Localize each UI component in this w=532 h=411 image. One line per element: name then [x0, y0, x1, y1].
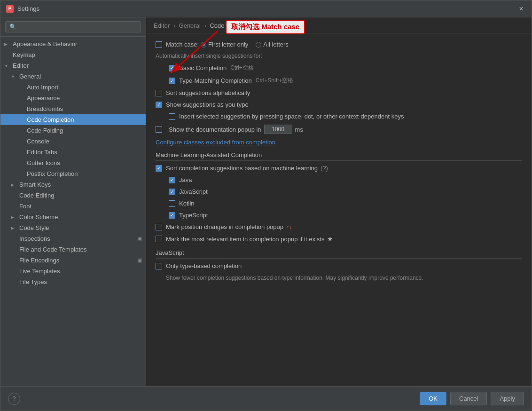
- sidebar-item-label-editor: Editor: [13, 62, 29, 69]
- sidebar-item-code-editing[interactable]: Code Editing: [0, 190, 146, 201]
- sidebar-item-code-style[interactable]: ▶Code Style: [0, 222, 146, 233]
- radio-first-letter-btn[interactable]: [201, 42, 206, 47]
- sidebar-item-appearance-behavior[interactable]: ▶Appearance & Behavior: [0, 39, 146, 49]
- mark-relevant-label: Mark the most relevant item in completio…: [166, 236, 324, 243]
- radio-all-letters-btn[interactable]: [256, 42, 261, 47]
- sort-ml-checkbox[interactable]: [156, 165, 162, 172]
- tree-arrow-color-scheme: ▶: [11, 215, 17, 220]
- doc-popup-value[interactable]: [264, 125, 292, 134]
- mark-position-label: Mark position changes in completion popu…: [166, 223, 283, 230]
- match-case-label: Match case:: [166, 41, 199, 48]
- breadcrumb: Editor › General › Code Completion: [146, 17, 532, 33]
- cancel-button[interactable]: Cancel: [450, 392, 487, 405]
- sidebar-item-label-keymap: Keymap: [13, 51, 35, 58]
- close-button[interactable]: ×: [516, 4, 526, 14]
- match-case-checkbox[interactable]: [156, 41, 162, 48]
- sidebar-item-code-completion[interactable]: Code Completion: [0, 114, 146, 125]
- sidebar: ▶Appearance & BehaviorKeymap▼Editor▼Gene…: [0, 17, 146, 386]
- sidebar-item-font[interactable]: Font: [0, 201, 146, 212]
- sidebar-item-live-templates[interactable]: Live Templates: [0, 266, 146, 277]
- sidebar-item-label-code-completion: Code Completion: [27, 116, 74, 123]
- sidebar-item-label-color-scheme: Color Scheme: [19, 213, 58, 221]
- js-section-header: JavaScript: [156, 249, 522, 259]
- main-panel: Editor › General › Code Completion Match…: [146, 17, 532, 386]
- tree-arrow-smart-keys: ▶: [11, 182, 17, 187]
- sidebar-item-file-encodings[interactable]: File Encodings▣: [0, 255, 146, 266]
- radio-first-letter[interactable]: First letter only: [201, 41, 248, 48]
- sidebar-item-code-folding[interactable]: Code Folding: [0, 125, 146, 136]
- kotlin-checkbox[interactable]: [169, 200, 175, 207]
- sidebar-item-label-live-templates: Live Templates: [19, 268, 60, 275]
- sort-alpha-row: Sort suggestions alphabetically: [156, 89, 522, 96]
- tree-arrow-code-style: ▶: [11, 226, 17, 230]
- sidebar-item-smart-keys[interactable]: ▶Smart Keys: [0, 179, 146, 190]
- sidebar-item-label-postfix-completion: Postfix Completion: [27, 170, 78, 177]
- basic-completion-label: Basic Completion: [179, 64, 227, 71]
- type-matching-shortcut: Ctrl+Shift+空格: [256, 77, 294, 85]
- auto-insert-label: Automatically insert single suggestions …: [156, 53, 522, 59]
- sidebar-item-label-code-editing: Code Editing: [19, 192, 54, 199]
- only-type-based-row: Only type-based completion: [156, 262, 522, 269]
- java-label: Java: [179, 176, 192, 183]
- settings-panel: Match case: First letter only All letter…: [146, 33, 532, 386]
- sort-ml-label: Sort completion suggestions based on mac…: [166, 165, 318, 172]
- basic-completion-checkbox[interactable]: [169, 65, 175, 71]
- sidebar-item-general[interactable]: ▼General: [0, 71, 146, 82]
- sort-ml-row: Sort completion suggestions based on mac…: [156, 165, 522, 172]
- search-input[interactable]: [5, 21, 141, 32]
- sort-alpha-label: Sort suggestions alphabetically: [166, 89, 250, 96]
- sidebar-item-label-smart-keys: Smart Keys: [19, 181, 51, 188]
- mark-position-checkbox[interactable]: [156, 224, 162, 230]
- show-doc-label: Show the documentation popup in: [169, 126, 261, 133]
- sidebar-item-inspections[interactable]: Inspections▣: [0, 233, 146, 244]
- sidebar-item-keymap[interactable]: Keymap: [0, 49, 146, 60]
- help-button[interactable]: ?: [8, 393, 20, 405]
- sidebar-item-appearance[interactable]: Appearance: [0, 93, 146, 103]
- javascript-label: JavaScript: [179, 188, 208, 195]
- sidebar-item-editor[interactable]: ▼Editor: [0, 60, 146, 71]
- type-matching-label: Type-Matching Completion: [179, 77, 252, 84]
- bottom-bar: ? OK Cancel Apply: [0, 386, 532, 411]
- tree-arrow-general: ▼: [11, 74, 17, 79]
- sidebar-badge-file-encodings: ▣: [137, 257, 142, 263]
- sidebar-item-auto-import[interactable]: Auto Import: [0, 82, 146, 93]
- sort-alpha-checkbox[interactable]: [156, 90, 162, 96]
- sidebar-item-label-appearance-behavior: Appearance & Behavior: [13, 40, 77, 47]
- radio-all-letters[interactable]: All letters: [256, 41, 288, 48]
- typescript-row: TypeScript: [169, 212, 522, 219]
- typescript-checkbox[interactable]: [169, 212, 175, 219]
- java-checkbox[interactable]: [169, 177, 175, 183]
- sidebar-item-breadcrumbs[interactable]: Breadcrumbs: [0, 103, 146, 114]
- type-matching-checkbox[interactable]: [169, 78, 175, 84]
- sort-ml-help-icon: (?): [321, 165, 328, 172]
- sidebar-item-label-file-encodings: File Encodings: [19, 257, 59, 264]
- apply-button[interactable]: Apply: [491, 392, 524, 405]
- app-icon: P: [6, 5, 14, 13]
- insert-selected-row: Insert selected suggestion by pressing s…: [169, 113, 522, 120]
- sidebar-item-color-scheme[interactable]: ▶Color Scheme: [0, 212, 146, 222]
- sidebar-item-editor-tabs[interactable]: Editor Tabs: [0, 147, 146, 158]
- sidebar-item-label-auto-import: Auto Import: [27, 84, 58, 91]
- sidebar-item-label-console: Console: [27, 138, 49, 145]
- insert-selected-checkbox[interactable]: [169, 113, 175, 120]
- mark-relevant-checkbox[interactable]: [156, 236, 162, 242]
- sidebar-item-label-editor-tabs: Editor Tabs: [27, 149, 57, 156]
- sidebar-item-file-code-templates[interactable]: File and Code Templates: [0, 244, 146, 255]
- only-type-based-checkbox[interactable]: [156, 263, 162, 269]
- show-suggestions-row: Show suggestions as you type: [156, 101, 522, 108]
- show-doc-checkbox[interactable]: [156, 126, 162, 133]
- insert-selected-label: Insert selected suggestion by pressing s…: [179, 113, 404, 120]
- sidebar-item-console[interactable]: Console: [0, 136, 146, 147]
- show-suggestions-checkbox[interactable]: [156, 102, 162, 108]
- ok-button[interactable]: OK: [420, 392, 446, 405]
- window-title: Settings: [17, 5, 516, 12]
- sidebar-item-label-appearance: Appearance: [27, 95, 60, 102]
- sidebar-item-gutter-icons[interactable]: Gutter Icons: [0, 158, 146, 168]
- kotlin-label: Kotlin: [179, 200, 195, 207]
- basic-completion-row: Basic Completion Ctrl+空格: [169, 64, 522, 72]
- javascript-checkbox[interactable]: [169, 189, 175, 195]
- sidebar-item-file-types[interactable]: File Types: [0, 277, 146, 287]
- sidebar-item-postfix-completion[interactable]: Postfix Completion: [0, 168, 146, 179]
- sidebar-item-label-file-code-templates: File and Code Templates: [19, 246, 87, 253]
- configure-link[interactable]: Configure classes excluded from completi…: [156, 139, 275, 146]
